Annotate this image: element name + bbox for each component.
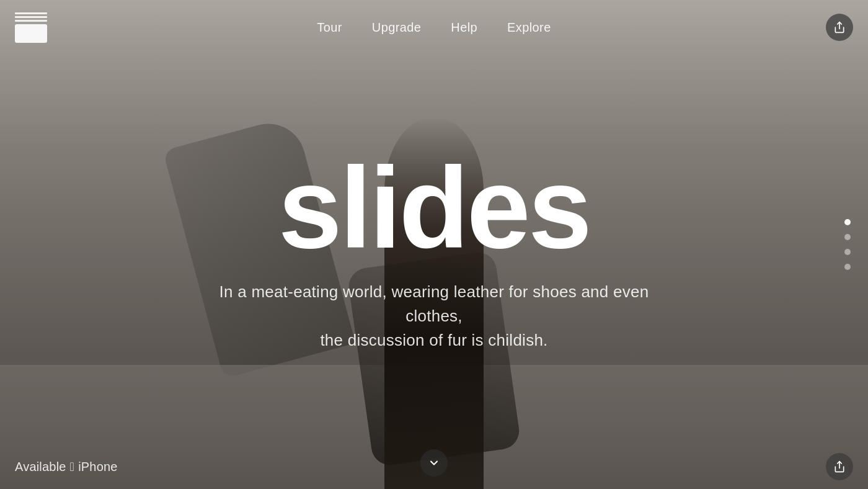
share-button-bottom[interactable] [826, 453, 853, 480]
logo-line-2 [15, 16, 47, 18]
logo-line-3 [15, 20, 47, 22]
available-label: Available  iPhone [15, 460, 118, 474]
share-icon-top [833, 21, 846, 34]
hero-title: slides [155, 156, 713, 260]
hero-subtitle: In a meat-eating world, wearing leather … [192, 280, 676, 352]
slide-dots [844, 219, 851, 270]
iphone-text: iPhone [78, 460, 117, 474]
apple-icon:  [70, 460, 75, 473]
dot-3[interactable] [844, 249, 851, 255]
share-button-top[interactable] [826, 14, 853, 41]
available-text: Available [15, 460, 66, 474]
scroll-down-button[interactable] [420, 449, 448, 477]
nav-tour[interactable]: Tour [317, 20, 342, 35]
hero-content: slides In a meat-eating world, wearing l… [155, 156, 713, 352]
logo-line-1 [15, 12, 47, 14]
logo-lines [15, 12, 47, 22]
dot-1[interactable] [844, 219, 851, 225]
hero-section: Tour Upgrade Help Explore slides In a me… [0, 0, 868, 489]
nav-explore[interactable]: Explore [507, 20, 551, 35]
nav-help[interactable]: Help [451, 20, 477, 35]
logo[interactable] [15, 12, 47, 43]
navbar: Tour Upgrade Help Explore [0, 0, 868, 55]
nav-links: Tour Upgrade Help Explore [317, 20, 551, 35]
dot-2[interactable] [844, 234, 851, 240]
logo-rect [15, 24, 47, 43]
bottom-bar: Available  iPhone [0, 444, 868, 489]
nav-upgrade[interactable]: Upgrade [372, 20, 422, 35]
chevron-down-icon [428, 457, 440, 469]
dot-4[interactable] [844, 264, 851, 270]
share-icon-bottom [833, 460, 846, 473]
